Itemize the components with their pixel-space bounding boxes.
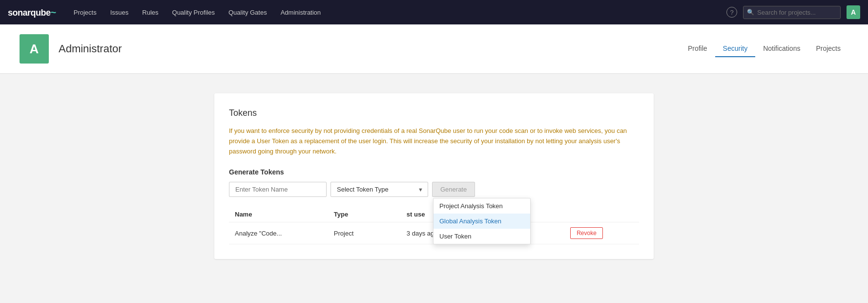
- nav-item-issues[interactable]: Issues: [104, 5, 135, 20]
- nav-item-rules[interactable]: Rules: [136, 5, 164, 20]
- token-name-input[interactable]: [229, 182, 327, 197]
- table-header-name: Name: [229, 207, 328, 222]
- table-header-action: [564, 207, 639, 222]
- profile-nav-security[interactable]: Security: [715, 41, 756, 57]
- profile-nav-projects[interactable]: Projects: [808, 41, 848, 57]
- nav-item-quality-profiles[interactable]: Quality Profiles: [166, 5, 221, 20]
- profile-avatar: A: [20, 34, 49, 64]
- generate-button[interactable]: Generate: [432, 182, 475, 197]
- nav-item-projects[interactable]: Projects: [68, 5, 103, 20]
- tokens-card: Tokens If you want to enforce security b…: [214, 93, 654, 259]
- dropdown-item-user-token[interactable]: User Token: [434, 229, 530, 244]
- search-wrapper: 🔍: [743, 6, 841, 19]
- token-action-cell: Revoke: [564, 222, 639, 244]
- profile-username: Administrator: [59, 43, 122, 55]
- top-navigation: sonarqube~ Projects Issues Rules Quality…: [0, 0, 868, 24]
- user-avatar-topnav[interactable]: A: [847, 5, 860, 19]
- topnav-right: ? 🔍 A: [726, 5, 860, 19]
- token-name-cell: Analyze "Code...: [229, 222, 328, 244]
- profile-nav-profile[interactable]: Profile: [680, 41, 715, 57]
- revoke-button[interactable]: Revoke: [570, 227, 603, 239]
- tokens-description: If you want to enforce security by not p…: [229, 126, 639, 156]
- nav-item-administration[interactable]: Administration: [275, 5, 327, 20]
- token-hidden-cell: [381, 222, 400, 244]
- tokens-title: Tokens: [229, 108, 639, 118]
- profile-navigation: Profile Security Notifications Projects: [680, 41, 848, 57]
- dropdown-item-global-analysis-token[interactable]: Global Analysis Token: [434, 214, 530, 229]
- generate-tokens-row: Select Token Type ▼ Project Analysis Tok…: [229, 182, 639, 197]
- search-icon: 🔍: [747, 9, 754, 16]
- table-header-hidden: [381, 207, 400, 222]
- generate-tokens-title: Generate Tokens: [229, 168, 639, 176]
- logo[interactable]: sonarqube~: [8, 7, 56, 18]
- nav-item-quality-gates[interactable]: Quality Gates: [223, 5, 273, 20]
- main-content: Tokens If you want to enforce security b…: [0, 74, 868, 303]
- table-header-type: Type: [328, 207, 381, 222]
- search-input[interactable]: [743, 6, 841, 19]
- token-type-cell: Project: [328, 222, 381, 244]
- logo-text: sonarqube~: [8, 7, 56, 18]
- token-type-dropdown: Project Analysis Token Global Analysis T…: [433, 198, 531, 244]
- main-nav: Projects Issues Rules Quality Profiles Q…: [68, 5, 723, 20]
- token-type-wrapper: Select Token Type ▼ Project Analysis Tok…: [331, 182, 428, 197]
- help-button[interactable]: ?: [726, 7, 737, 18]
- dropdown-item-project-analysis-token[interactable]: Project Analysis Token: [434, 198, 530, 214]
- token-type-select[interactable]: Select Token Type: [331, 182, 428, 197]
- profile-nav-notifications[interactable]: Notifications: [755, 41, 808, 57]
- profile-header: A Administrator Profile Security Notific…: [0, 24, 868, 74]
